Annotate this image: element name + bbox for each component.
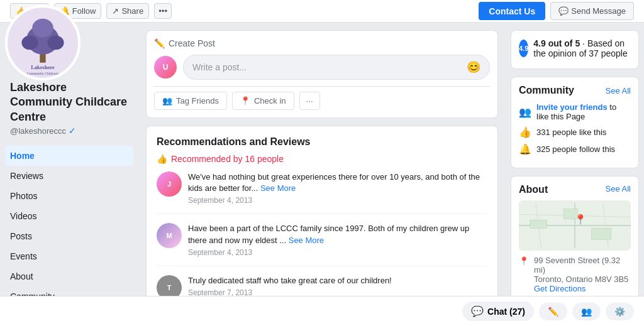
left-sidebar: Lakeshore Community Childcare Lakeshore …	[0, 23, 138, 326]
invite-link[interactable]: Invite your friends	[536, 102, 608, 112]
location-icon: 📍	[240, 96, 250, 106]
top-bar: 👍 Like 🔔 Follow ↗ Share ••• Contact Us 💬…	[0, 0, 644, 23]
svg-point-5	[32, 19, 53, 38]
more-options-button[interactable]: •••	[154, 3, 172, 19]
sidebar-item-reviews[interactable]: Reviews	[5, 166, 133, 186]
share-icon: ↗	[112, 6, 119, 16]
svg-text:Lakeshore: Lakeshore	[31, 65, 55, 70]
about-title: About See All	[519, 184, 631, 195]
chat-contacts-icon: 👥	[581, 307, 592, 317]
page-layout: Lakeshore Community Childcare Lakeshore …	[0, 23, 644, 326]
rating-circle: 4.9	[519, 40, 528, 57]
review-date-2: September 4, 2013	[188, 248, 487, 257]
chat-settings-button[interactable]: ⚙️	[606, 303, 634, 320]
see-more-1[interactable]: See More	[260, 183, 296, 193]
main-content: ✏️ Create Post U Write a post... 😊 👥 Tag…	[138, 23, 506, 326]
chat-bubble-icon: 💬	[471, 305, 484, 317]
sidebar-item-about[interactable]: About	[5, 266, 133, 286]
sidebar-item-events[interactable]: Events	[5, 246, 133, 266]
sidebar-item-posts[interactable]: Posts	[5, 226, 133, 246]
map-preview[interactable]: 📍	[519, 200, 631, 251]
review-text-3: Truly dedicated staff who take great car…	[188, 275, 392, 286]
chat-contacts-button[interactable]: 👥	[572, 303, 601, 320]
community-title: Community See All	[519, 85, 631, 96]
send-message-button[interactable]: 💬 Send Message	[550, 2, 634, 20]
community-invite-item: 👥 Invite your friends to like this Page	[519, 102, 631, 121]
pencil-icon: ✏️	[154, 38, 165, 48]
tag-friends-button[interactable]: 👥 Tag Friends	[154, 92, 227, 110]
location-pin-icon: 📍	[519, 256, 529, 266]
review-text-2: Have been a part of the LCCC family sinc…	[188, 223, 487, 246]
community-see-all-link[interactable]: See All	[606, 86, 631, 95]
see-more-2[interactable]: See More	[289, 236, 324, 245]
recommended-badge: 👍 Recommended by 16 people	[157, 154, 487, 164]
page-name: Lakeshore Community Childcare Centre	[5, 80, 133, 124]
user-avatar: U	[154, 56, 177, 79]
write-area: U Write a post... 😊	[154, 55, 490, 80]
community-box: Community See All 👥 Invite your friends …	[511, 77, 639, 168]
sidebar-item-videos[interactable]: Videos	[5, 206, 133, 226]
profile-picture: Lakeshore Community Childcare	[5, 5, 80, 80]
sidebar-item-home[interactable]: Home	[5, 146, 133, 166]
verified-icon: ✓	[69, 126, 76, 136]
review-item-2: M Have been a part of the LCCC family si…	[157, 223, 487, 266]
create-post-header: ✏️ Create Post	[154, 38, 490, 48]
write-post-input[interactable]: Write a post... 😊	[183, 55, 490, 80]
rating-row: 4.9 4.9 out of 5 · Based on the opinion …	[519, 38, 631, 58]
review-content-2: Have been a part of the LCCC family sinc…	[188, 223, 487, 256]
review-text-1: We've had nothing but great experiences …	[188, 171, 487, 194]
post-more-options[interactable]: ···	[299, 92, 320, 110]
like-community-icon: 👍	[519, 126, 531, 138]
community-follows-item: 🔔 325 people follow this	[519, 143, 631, 155]
chat-edit-icon: ✏️	[548, 307, 558, 317]
page-handle: @lakeshoreccc ✓	[5, 124, 133, 141]
chat-bar: 💬 Chat (27) ✏️ 👥 ⚙️	[0, 296, 644, 326]
svg-point-3	[21, 36, 38, 50]
invite-icon: 👥	[519, 106, 531, 118]
review-date-1: September 4, 2013	[188, 196, 487, 205]
post-box-actions: 👥 Tag Friends 📍 Check in ···	[154, 86, 490, 110]
community-likes-item: 👍 331 people like this	[519, 126, 631, 138]
svg-rect-14	[530, 220, 547, 228]
emoji-icon: 😊	[467, 60, 480, 74]
chat-gear-icon: ⚙️	[614, 307, 625, 317]
follow-community-icon: 🔔	[519, 143, 531, 155]
check-in-button[interactable]: 📍 Check in	[232, 92, 294, 110]
top-bar-right-actions: Contact Us 💬 Send Message	[479, 2, 634, 20]
review-item: J We've had nothing but great experience…	[157, 171, 487, 214]
get-directions-link[interactable]: Get Directions	[534, 284, 631, 293]
tag-icon: 👥	[162, 96, 172, 106]
svg-rect-16	[592, 228, 611, 239]
reviewer-avatar-1: J	[157, 171, 182, 197]
thumbs-up-red-icon: 👍	[157, 154, 167, 164]
svg-point-4	[47, 36, 64, 50]
about-see-all-link[interactable]: See All	[606, 184, 631, 195]
contact-us-button[interactable]: Contact Us	[479, 2, 545, 20]
about-address-item: 📍 99 Seventh Street (9.32 mi) Toronto, O…	[519, 256, 631, 293]
share-button[interactable]: ↗ Share	[106, 3, 149, 19]
rating-text: 4.9 out of 5 · Based on the opinion of 3…	[533, 38, 631, 58]
rating-box: 4.9 4.9 out of 5 · Based on the opinion …	[511, 30, 639, 69]
chat-button[interactable]: 💬 Chat (27)	[462, 302, 534, 321]
review-content-1: We've had nothing but great experiences …	[188, 171, 487, 205]
address-text: 99 Seventh Street (9.32 mi) Toronto, Ont…	[534, 256, 631, 293]
post-box: ✏️ Create Post U Write a post... 😊 👥 Tag…	[146, 30, 498, 118]
message-icon: 💬	[558, 6, 569, 16]
svg-text:Community Childcare: Community Childcare	[27, 72, 58, 75]
sidebar-item-photos[interactable]: Photos	[5, 186, 133, 206]
right-sidebar: 4.9 4.9 out of 5 · Based on the opinion …	[506, 23, 644, 326]
reviewer-avatar-2: M	[157, 223, 182, 248]
svg-text:📍: 📍	[574, 214, 587, 225]
chat-edit-button[interactable]: ✏️	[539, 303, 567, 320]
reviews-title: Recommendations and Reviews	[157, 136, 487, 148]
